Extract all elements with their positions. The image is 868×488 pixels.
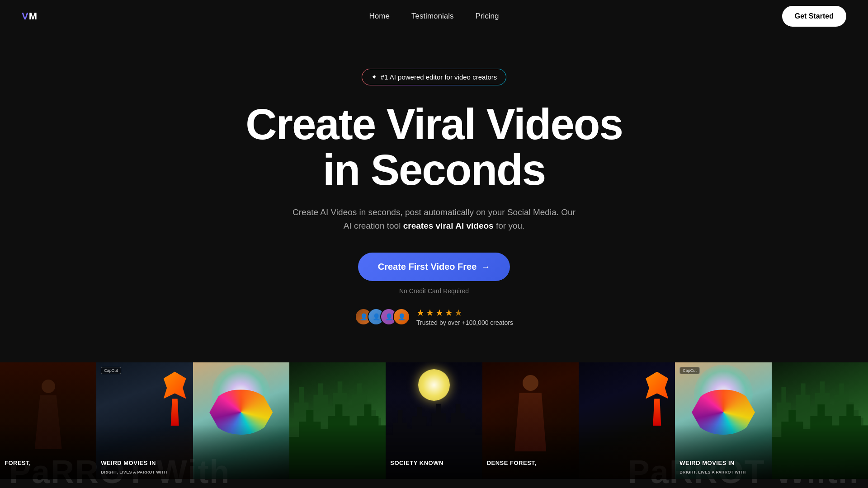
avatar-group: 👤 👤 👤 👤 (355, 308, 410, 325)
moon-element (418, 369, 450, 401)
hero-subtitle-bold: creates viral AI videos (403, 221, 494, 230)
main-nav: Home Testimonials Pricing (369, 12, 499, 21)
hero-title: Create Viral Videos in Seconds (245, 102, 623, 193)
parrot-shape (159, 371, 191, 426)
nav-testimonials[interactable]: Testimonials (411, 12, 454, 21)
logo-text: VM (22, 10, 38, 22)
video-card-5[interactable]: SOCIETY KNOWN (386, 362, 482, 479)
avatar-4: 👤 (393, 308, 410, 325)
video-card-4[interactable] (289, 362, 386, 479)
video-card-2[interactable]: CapCutWEIRD MOVIES INBRIGHT, LIVES A PAR… (96, 362, 193, 479)
social-proof: 👤 👤 👤 👤 ★ ★ ★ ★ ★ Trusted by over +100,0… (355, 307, 513, 326)
logo: VM (22, 10, 38, 22)
star-4: ★ (445, 307, 453, 318)
video-card-label: WEIRD MOVIES IN (679, 460, 767, 466)
video-card-sublabel: BRIGHT, LIVES A PARROT WITH (101, 470, 188, 474)
video-card-6[interactable]: DENSE FOREST, (482, 362, 579, 479)
video-card-label: FOREST, (5, 460, 92, 466)
logo-v: V (22, 10, 29, 22)
video-card-1[interactable]: FOREST, (0, 362, 96, 479)
nav-pricing[interactable]: Pricing (475, 12, 499, 21)
video-gallery: FOREST, CapCutWEIRD MOVIES INBRIGHT, LIV… (0, 362, 868, 479)
no-credit-card-text: No Credit Card Required (399, 287, 469, 295)
cta-button[interactable]: Create First Video Free → (358, 253, 510, 281)
video-card-sublabel: BRIGHT, LIVES A PARROT WITH (679, 470, 767, 474)
video-card-label: DENSE FOREST, (487, 460, 574, 466)
badge-sparkle-icon: ✦ (371, 73, 377, 81)
video-card-label: WEIRD MOVIES IN (101, 460, 188, 466)
star-rating: ★ ★ ★ ★ ★ (416, 307, 462, 318)
video-card-8[interactable]: CapCutWEIRD MOVIES INBRIGHT, LIVES A PAR… (675, 362, 771, 479)
header: VM Home Testimonials Pricing Get Started (0, 0, 868, 33)
video-card-7[interactable] (579, 362, 675, 479)
badge-text: #1 AI powered editor for video creators (381, 73, 497, 81)
cta-arrow-icon: → (481, 262, 490, 272)
person-silhouette-light (508, 375, 553, 461)
parrot-shape (641, 371, 673, 426)
overlay-badge: CapCut (679, 367, 700, 374)
nav-home[interactable]: Home (369, 12, 390, 21)
hero-badge: ✦ #1 AI powered editor for video creator… (362, 69, 507, 85)
hero-subtitle-post: for you. (494, 221, 525, 230)
video-card-label: SOCIETY KNOWN (390, 460, 477, 466)
proof-text: ★ ★ ★ ★ ★ Trusted by over +100,000 creat… (416, 307, 513, 326)
star-3: ★ (435, 307, 443, 318)
star-2: ★ (426, 307, 434, 318)
person-silhouette (28, 380, 69, 461)
hero-title-line2: in Seconds (323, 145, 545, 194)
star-1: ★ (416, 307, 425, 318)
hero-subtitle: Create AI Videos in seconds, post automa… (289, 206, 579, 233)
overlay-badge: CapCut (101, 367, 121, 374)
video-card-9[interactable] (772, 362, 868, 479)
video-card-3[interactable] (193, 362, 289, 479)
hero-title-line1: Create Viral Videos (245, 100, 623, 148)
get-started-button[interactable]: Get Started (782, 6, 846, 27)
hero-section: ✦ #1 AI powered editor for video creator… (0, 33, 868, 353)
cta-label: Create First Video Free (378, 262, 477, 272)
star-5-half: ★ (454, 307, 462, 318)
trust-label: Trusted by over +100,000 creators (416, 319, 513, 326)
